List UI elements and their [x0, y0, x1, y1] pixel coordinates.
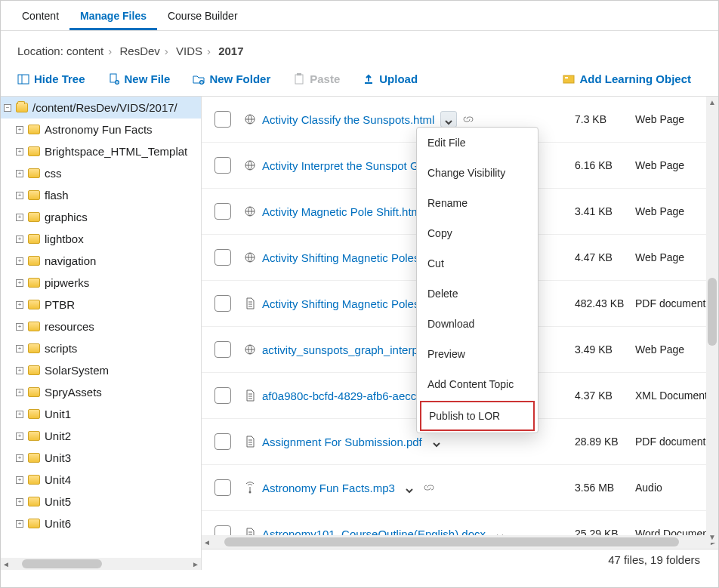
expand-icon[interactable]: + [16, 454, 23, 462]
expand-icon[interactable]: + [16, 192, 23, 199]
expand-icon[interactable]: + [16, 148, 23, 155]
tree-folder-item[interactable]: +scripts [1, 337, 201, 359]
expand-icon[interactable]: + [16, 411, 23, 418]
tree-folder-item[interactable]: +Brightspace_HTML_Templat [1, 140, 201, 162]
row-checkbox[interactable] [214, 433, 231, 450]
files-v-scrollbar[interactable]: ▲ ▼ [706, 97, 718, 543]
tree-folder-item[interactable]: +lightbox [1, 228, 201, 250]
menu-item-download[interactable]: Download [417, 309, 538, 339]
breadcrumb-segment[interactable]: VIDS [176, 45, 202, 57]
file-link[interactable]: Activity Magnetic Pole Shift.html [262, 205, 423, 218]
tree-folder-item[interactable]: +pipwerks [1, 272, 201, 294]
file-link[interactable]: Activity Shifting Magnetic Poles.pd [262, 297, 435, 310]
tab-course-builder[interactable]: Course Builder [157, 5, 248, 30]
row-checkbox[interactable] [214, 479, 231, 496]
expand-icon[interactable]: + [16, 498, 23, 506]
breadcrumb-segment[interactable]: ResDev [119, 45, 159, 57]
file-link[interactable]: Activity Interpret the Sunspot Grap [262, 159, 435, 172]
expand-icon[interactable]: + [16, 345, 23, 352]
row-checkbox[interactable] [214, 111, 231, 128]
menu-item-rename[interactable]: Rename [417, 188, 538, 218]
tree-folder-item[interactable]: +PTBR [1, 294, 201, 316]
menu-item-preview[interactable]: Preview [417, 339, 538, 369]
file-row: Astronomy101_CourseOutline(English).docx… [202, 511, 718, 535]
menu-item-copy[interactable]: Copy [417, 218, 538, 248]
tree-folder-item[interactable]: +resources [1, 316, 201, 337]
tree-folder-item[interactable]: +Unit4 [1, 469, 201, 491]
file-link[interactable]: activity_sunspots_graph_interpret. [262, 343, 434, 356]
file-link[interactable]: Activity Classify the Sunspots.html [262, 113, 434, 126]
add-learning-object-button[interactable]: Add Learning Object [557, 69, 697, 88]
files-h-scrollbar[interactable]: ◄ ► [202, 535, 718, 549]
expand-icon[interactable]: + [16, 367, 23, 374]
tree-folder-item[interactable]: +SpryAssets [1, 381, 201, 403]
scroll-up-icon[interactable]: ▲ [706, 98, 718, 106]
breadcrumb-segment[interactable]: 2017 [218, 45, 243, 57]
scroll-thumb[interactable] [708, 278, 717, 346]
tree-folder-item[interactable]: +Unit2 [1, 425, 201, 447]
scroll-thumb[interactable] [22, 559, 102, 568]
expand-icon[interactable]: + [16, 214, 23, 221]
menu-item-delete[interactable]: Delete [417, 279, 538, 309]
tree-root[interactable]: − /content/ResDev/VIDS/2017/ [1, 97, 201, 119]
menu-item-cut[interactable]: Cut [417, 248, 538, 279]
upload-button[interactable]: Upload [356, 69, 424, 88]
row-actions-dropdown[interactable] [440, 111, 457, 128]
row-actions-dropdown[interactable] [428, 433, 445, 450]
hide-tree-button[interactable]: Hide Tree [11, 69, 91, 88]
file-link[interactable]: Astronomy101_CourseOutline(English).docx [262, 528, 486, 536]
file-link[interactable]: af0a980c-bcfd-4829-afb6-aecca78 [262, 389, 435, 402]
tab-manage-files[interactable]: Manage Files [69, 5, 157, 30]
expand-icon[interactable]: + [16, 389, 23, 396]
expand-icon[interactable]: + [16, 257, 23, 265]
tree-h-scrollbar[interactable]: ◄ ► [1, 558, 201, 570]
row-checkbox[interactable] [214, 295, 231, 312]
menu-item-add-content-topic[interactable]: Add Content Topic [417, 369, 538, 399]
tree-folder-item[interactable]: +Unit3 [1, 447, 201, 469]
scroll-thumb[interactable] [224, 537, 679, 546]
scroll-right-icon[interactable]: ► [190, 560, 201, 568]
expand-icon[interactable]: + [16, 520, 23, 528]
breadcrumb-segment[interactable]: content [66, 45, 103, 57]
tab-content[interactable]: Content [11, 5, 69, 30]
expand-icon[interactable]: + [16, 126, 23, 134]
tree-folder-item[interactable]: +navigation [1, 250, 201, 272]
tree-folder-item[interactable]: +css [1, 162, 201, 184]
menu-item-publish-to-lor[interactable]: Publish to LOR [420, 401, 535, 431]
folder-plus-icon [193, 73, 205, 85]
expand-icon[interactable]: + [16, 323, 23, 331]
tree-folder-item[interactable]: +Unit5 [1, 491, 201, 513]
menu-item-edit-file[interactable]: Edit File [417, 128, 538, 158]
row-actions-dropdown[interactable] [492, 525, 508, 535]
new-file-button[interactable]: New File [102, 69, 177, 88]
menu-item-change-visibility[interactable]: Change Visibility [417, 158, 538, 188]
expand-icon[interactable]: + [16, 433, 23, 440]
tree-folder-item[interactable]: +graphics [1, 206, 201, 228]
tree-folder-item[interactable]: +Unit6 [1, 513, 201, 534]
new-folder-button[interactable]: New Folder [187, 69, 276, 88]
row-checkbox[interactable] [214, 341, 231, 358]
collapse-icon[interactable]: − [4, 104, 11, 112]
expand-icon[interactable]: + [16, 301, 23, 309]
tree-folder-item[interactable]: +Astronomy Fun Facts [1, 119, 201, 140]
expand-icon[interactable]: + [16, 170, 23, 177]
svg-rect-0 [18, 75, 29, 84]
expand-icon[interactable]: + [16, 236, 23, 243]
file-link[interactable]: Assignment For Submission.pdf [262, 436, 422, 448]
row-checkbox[interactable] [214, 203, 231, 220]
expand-icon[interactable]: + [16, 476, 23, 484]
expand-icon[interactable]: + [16, 279, 23, 287]
file-link[interactable]: Activity Shifting Magnetic Poles.ht [262, 251, 432, 264]
row-checkbox[interactable] [214, 387, 231, 404]
row-checkbox[interactable] [214, 249, 231, 266]
scroll-left-icon[interactable]: ◄ [1, 560, 11, 568]
tree-folder-item[interactable]: +SolarSystem [1, 359, 201, 381]
tree-folder-item[interactable]: +flash [1, 184, 201, 206]
file-link[interactable]: Astronomy Fun Facts.mp3 [262, 482, 395, 494]
tree-folder-item[interactable]: +Unit1 [1, 403, 201, 425]
scroll-left-icon[interactable]: ◄ [202, 538, 212, 546]
row-actions-dropdown[interactable] [401, 479, 418, 496]
row-checkbox[interactable] [214, 157, 231, 174]
scroll-down-icon[interactable]: ▼ [706, 533, 718, 541]
row-checkbox[interactable] [214, 525, 231, 535]
